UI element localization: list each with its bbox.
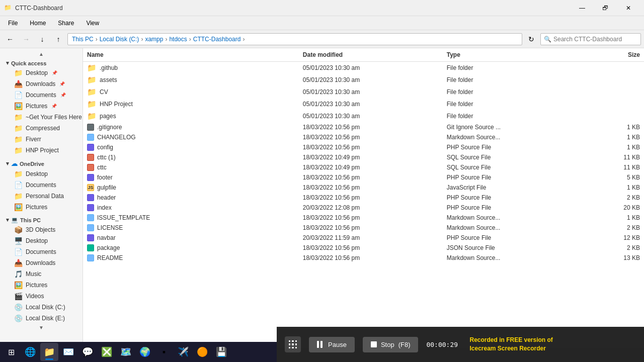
- menu-share[interactable]: Share: [52, 18, 80, 29]
- file-date: 05/01/2023 10:30 am: [299, 98, 443, 110]
- table-row[interactable]: 📁 .github 05/01/2023 10:30 am File folde…: [83, 62, 644, 74]
- table-row[interactable]: header 18/03/2022 10:56 pm PHP Source Fi…: [83, 193, 644, 203]
- col-name[interactable]: Name: [83, 48, 299, 62]
- col-size[interactable]: Size: [587, 48, 644, 62]
- breadcrumb-xampp[interactable]: xampp: [145, 36, 163, 43]
- taskbar-chrome[interactable]: 🌍: [136, 343, 154, 361]
- file-type: PHP Source File: [443, 142, 587, 152]
- close-button[interactable]: ✕: [617, 0, 640, 16]
- sidebar-item-get-files[interactable]: 📁 ~Get Your Files Here: [0, 112, 83, 123]
- sidebar-item-hnp-project-qa[interactable]: 📁 HNP Project: [0, 145, 83, 156]
- recording-menu-button[interactable]: [285, 336, 301, 352]
- table-row[interactable]: JS gulpfile 18/03/2022 10:56 pm JavaScri…: [83, 183, 644, 193]
- sidebar-item-local-disk-c[interactable]: 💿 Local Disk (C:): [0, 302, 83, 313]
- file-size: [587, 110, 644, 122]
- search-bar[interactable]: 🔍: [540, 33, 641, 45]
- table-row[interactable]: footer 18/03/2022 10:56 pm PHP Source Fi…: [83, 172, 644, 183]
- stop-button[interactable]: Stop (F8): [363, 337, 419, 352]
- start-button[interactable]: ⊞: [2, 343, 20, 361]
- table-row[interactable]: package 18/03/2022 10:56 pm JSON Source …: [83, 243, 644, 253]
- pause-button[interactable]: Pause: [309, 337, 355, 352]
- recent-dropdown[interactable]: ↓: [35, 32, 49, 46]
- sidebar-item-music[interactable]: 🎵 Music: [0, 268, 83, 280]
- table-row[interactable]: README 18/03/2022 10:56 pm Markdown Sour…: [83, 253, 644, 263]
- this-pc-header[interactable]: ▾ 💻 This PC: [0, 215, 83, 224]
- file-date: 05/01/2023 10:30 am: [299, 62, 443, 74]
- breadcrumb-local-disk[interactable]: Local Disk (C:): [100, 36, 139, 43]
- taskbar-telegram[interactable]: ✈️: [174, 343, 192, 361]
- col-date[interactable]: Date modified: [299, 48, 443, 62]
- table-row[interactable]: index 20/03/2022 12:08 pm PHP Source Fil…: [83, 203, 644, 213]
- table-row[interactable]: config 18/03/2022 10:56 pm PHP Source Fi…: [83, 142, 644, 152]
- sidebar-item-downloads-qa[interactable]: 📥 Downloads 📌: [0, 78, 83, 89]
- breadcrumb-htdocs[interactable]: htdocs: [169, 36, 187, 43]
- taskbar-mail[interactable]: ✉️: [59, 343, 77, 361]
- search-input[interactable]: [553, 36, 637, 43]
- nav-scroll-up[interactable]: ▲: [0, 50, 83, 58]
- folder-icon: 🖼️: [14, 203, 23, 211]
- file-name: CHANGELOG: [97, 134, 136, 141]
- sidebar-item-documents-qa[interactable]: 📄 Documents 📌: [0, 89, 83, 101]
- sidebar-item-label: Pictures: [26, 103, 47, 110]
- sidebar-item-pictures-qa[interactable]: 🖼️ Pictures 📌: [0, 101, 83, 112]
- taskbar-app10[interactable]: 🟠: [193, 343, 211, 361]
- col-type[interactable]: Type: [443, 48, 587, 62]
- menu-view[interactable]: View: [80, 18, 105, 29]
- sidebar-item-desktop-qa[interactable]: 📁 Desktop 📌: [0, 67, 83, 78]
- sidebar-item-fiverr[interactable]: 📁 Fiverr: [0, 134, 83, 145]
- onedrive-header[interactable]: ▾ ☁ OneDrive: [0, 158, 83, 168]
- js-icon: JS: [87, 184, 94, 191]
- maximize-button[interactable]: 🗗: [594, 0, 617, 16]
- sidebar-item-downloads-pc[interactable]: 📥 Downloads: [0, 257, 83, 268]
- taskbar-app5[interactable]: ❎: [98, 343, 116, 361]
- forward-button[interactable]: →: [19, 32, 33, 46]
- sidebar-item-compressed[interactable]: 📁 Compressed: [0, 123, 83, 134]
- quick-access-header[interactable]: ▾ Quick access: [0, 58, 83, 67]
- minimize-button[interactable]: —: [571, 0, 594, 16]
- file-size: 2 KB: [587, 193, 644, 203]
- taskbar-app11[interactable]: 💾: [212, 343, 230, 361]
- sidebar-item-pictures-pc[interactable]: 🖼️ Pictures: [0, 280, 83, 291]
- table-row[interactable]: ISSUE_TEMPLATE 18/03/2022 10:56 pm Markd…: [83, 213, 644, 223]
- table-row[interactable]: cttc 18/03/2022 10:49 pm SQL Source File…: [83, 162, 644, 172]
- sidebar-item-personal-data[interactable]: 📁 Personal Data: [0, 191, 83, 202]
- sidebar-item-desktop-pc[interactable]: 🖥️ Desktop: [0, 235, 83, 246]
- sidebar-item-local-disk-e[interactable]: 💿 Local Disk (E:): [0, 313, 83, 324]
- taskbar-explorer[interactable]: 📁: [40, 343, 58, 361]
- file-name: assets: [100, 76, 117, 83]
- up-button[interactable]: ↑: [51, 32, 65, 46]
- window-controls: — 🗗 ✕: [571, 0, 640, 16]
- table-row[interactable]: 📁 HNP Project 05/01/2023 10:30 am File f…: [83, 98, 644, 110]
- app10-icon: 🟠: [197, 346, 208, 357]
- taskbar-whatsapp[interactable]: 💬: [78, 343, 97, 361]
- back-button[interactable]: ←: [3, 32, 17, 46]
- table-row[interactable]: cttc (1) 18/03/2022 10:49 pm SQL Source …: [83, 152, 644, 162]
- table-row[interactable]: .gitignore 18/03/2022 10:56 pm Git Ignor…: [83, 122, 644, 132]
- sidebar-item-pictures-od[interactable]: 🖼️ Pictures: [0, 202, 83, 213]
- taskbar-edge[interactable]: 🌐: [21, 343, 39, 361]
- sidebar-item-documents-pc[interactable]: 📄 Documents: [0, 246, 83, 257]
- menu-file[interactable]: File: [2, 18, 24, 29]
- mail-icon: ✉️: [63, 346, 74, 357]
- address-bar[interactable]: This PC › Local Disk (C:) › xampp › htdo…: [67, 33, 522, 45]
- breadcrumb-cttc-dashboard[interactable]: CTTC-Dashboard: [193, 36, 241, 43]
- table-row[interactable]: navbar 20/03/2022 11:59 am PHP Source Fi…: [83, 233, 644, 243]
- sidebar-item-videos[interactable]: 🎬 Videos: [0, 291, 83, 302]
- table-row[interactable]: 📁 CV 05/01/2023 10:30 am File folder: [83, 86, 644, 98]
- table-row[interactable]: CHANGELOG 18/03/2022 10:56 pm Markdown S…: [83, 132, 644, 142]
- taskbar-app8[interactable]: ▪️: [155, 343, 173, 361]
- table-row[interactable]: LICENSE 18/03/2022 10:56 pm Markdown Sou…: [83, 223, 644, 233]
- refresh-button[interactable]: ↻: [524, 32, 538, 46]
- table-row[interactable]: 📁 assets 05/01/2023 10:30 am File folder: [83, 74, 644, 86]
- sidebar-item-desktop-od[interactable]: 📁 Desktop: [0, 168, 83, 179]
- pin-icon: 📌: [52, 70, 57, 75]
- file-type: Markdown Source...: [443, 253, 587, 263]
- breadcrumb-this-pc[interactable]: This PC: [72, 36, 94, 43]
- file-size: [587, 62, 644, 74]
- sidebar-item-3d-objects[interactable]: 📦 3D Objects: [0, 224, 83, 235]
- menu-home[interactable]: Home: [24, 18, 52, 29]
- sidebar-item-documents-od[interactable]: 📄 Documents: [0, 179, 83, 191]
- table-row[interactable]: 📁 pages 05/01/2023 10:30 am File folder: [83, 110, 644, 122]
- taskbar-maps[interactable]: 🗺️: [117, 343, 135, 361]
- nav-scroll-down[interactable]: ▼: [0, 324, 83, 331]
